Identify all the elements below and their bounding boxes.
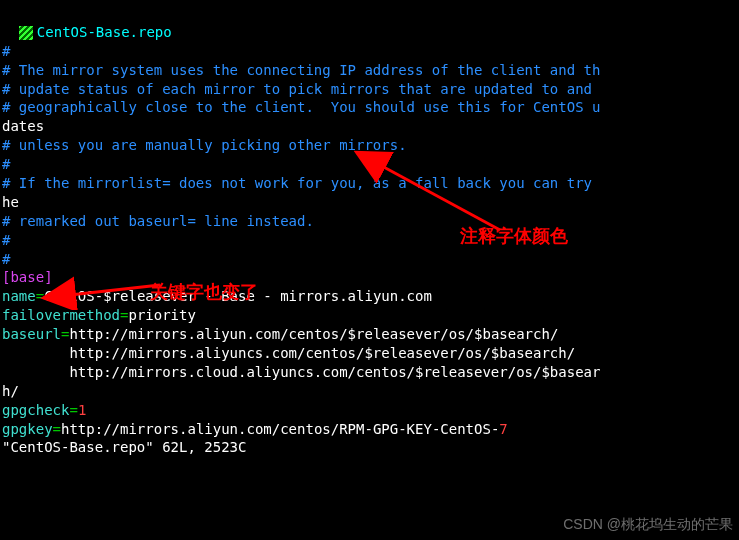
url-continuation: http://mirrors.aliyuncs.com/centos/$rele… (2, 344, 737, 363)
key-baseurl: baseurl (2, 326, 61, 342)
config-gpgcheck-line: gpgcheck=1 (2, 401, 737, 420)
key-gpgcheck: gpgcheck (2, 402, 69, 418)
filename-header: CentOS-Base.repo (37, 24, 172, 40)
comment-line: # geographically close to the client. Yo… (2, 98, 737, 117)
annotation-comment-color: 注释字体颜色 (460, 224, 568, 248)
annotation-keyword-changed: 关键字也变了 (150, 280, 258, 304)
wrap-line: h/ (2, 382, 737, 401)
app-icon (19, 26, 33, 40)
config-baseurl-line: baseurl=http://mirrors.aliyun.com/centos… (2, 325, 737, 344)
key-name: name (2, 288, 36, 304)
comment-line: # The mirror system uses the connecting … (2, 61, 737, 80)
key-gpgkey: gpgkey (2, 421, 53, 437)
svg-line-0 (380, 165, 500, 230)
svg-line-1 (70, 285, 160, 295)
comment-line: # (2, 42, 737, 61)
config-gpgkey-line: gpgkey=http://mirrors.aliyun.com/centos/… (2, 420, 737, 439)
comment-line: # update status of each mirror to pick m… (2, 80, 737, 99)
wrap-line: dates (2, 117, 737, 136)
url-continuation: http://mirrors.cloud.aliyuncs.com/centos… (2, 363, 737, 382)
gpgkey-num: 7 (499, 421, 507, 437)
watermark: CSDN @桃花坞生动的芒果 (563, 515, 733, 534)
equals: = (53, 421, 61, 437)
equals: = (69, 402, 77, 418)
gpgcheck-val: 1 (78, 402, 86, 418)
vim-status-line: "CentOS-Base.repo" 62L, 2523C (2, 438, 737, 457)
header-line: CentOS-Base.repo (2, 4, 737, 42)
gpgkey-val: http://mirrors.aliyun.com/centos/RPM-GPG… (61, 421, 499, 437)
url1: http://mirrors.aliyun.com/centos/$releas… (69, 326, 558, 342)
